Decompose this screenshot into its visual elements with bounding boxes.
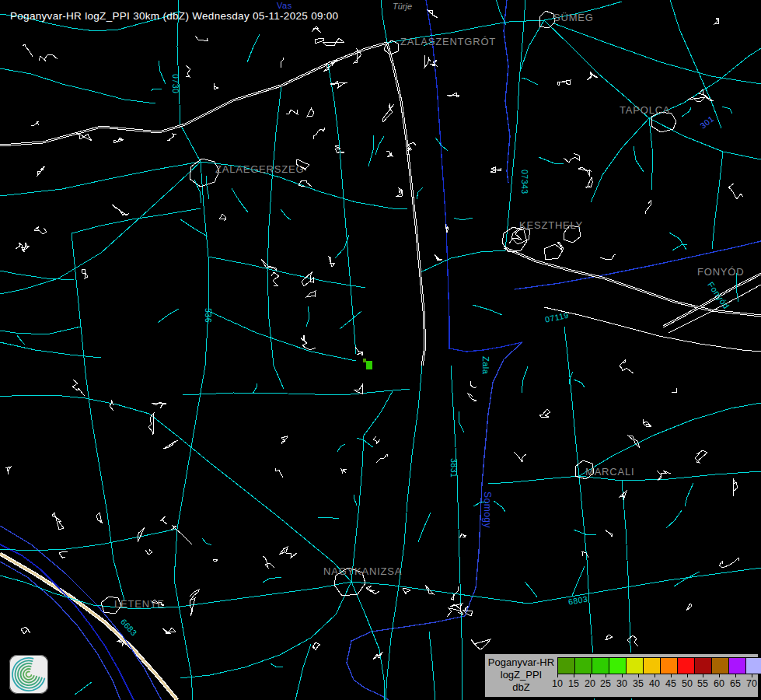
legend-tick: 15 [568, 678, 579, 689]
city-label-sumeg: SÜMEG [553, 12, 594, 23]
legend-tick: 40 [649, 678, 660, 689]
legend-tick: 70 [746, 678, 757, 689]
town-label-turje: Türje [393, 2, 412, 11]
legend-swatch [660, 657, 678, 674]
radar-display: SÜMEG ZALASZENTGRÓT TAPOLCA ZALAEGERSZEG… [0, 0, 761, 700]
legend-tick: 10 [552, 678, 563, 689]
road-number-0730: 0730 [171, 74, 180, 93]
legend-swatch [592, 657, 609, 674]
road-number-07343: 07343 [520, 170, 529, 194]
legend-caption: Poganyvar-HR logZ_PPI dbZ [485, 656, 557, 694]
legend-swatch [626, 657, 644, 674]
legend-swatch [643, 657, 661, 674]
legend-swatch [694, 657, 712, 674]
legend-swatch [745, 657, 761, 674]
legend-swatch [728, 657, 746, 674]
legend-unit: dbZ [485, 681, 557, 694]
legend-tick: 30 [616, 678, 627, 689]
spiral-icon [9, 655, 48, 694]
legend-swatch [677, 657, 695, 674]
legend-color-scale [557, 657, 761, 674]
city-label-tapolca: TAPOLCA [620, 104, 670, 116]
city-label-letenye: LETENYE [114, 598, 165, 610]
region-label-zala: Zala [481, 356, 490, 374]
legend-tick: 55 [697, 678, 708, 689]
legend-swatch [609, 657, 627, 674]
city-label-keszthely: KESZTHELY [519, 219, 583, 231]
legend-axis: 10 15 20 25 30 35 40 45 50 55 60 65 70 [557, 674, 753, 695]
radar-title: Poganyvar-HR logZ_PPI 30km (dbZ) Wednesd… [10, 10, 338, 22]
city-label-zalaszentgrot: ZALASZENTGRÓT [400, 36, 496, 47]
city-label-marcali: MARCALI [585, 466, 634, 478]
legend-tick: 60 [714, 678, 724, 689]
legend-swatch [557, 657, 575, 674]
road-number-536: 536 [204, 308, 213, 323]
legend-field: logZ_PPI [485, 669, 557, 681]
legend-tick: 20 [585, 678, 595, 689]
city-label-zalaegerszeg: ZALAEGERSZEG [215, 163, 304, 175]
region-label-somogy: Somogy [482, 492, 493, 528]
legend-tick: 35 [633, 678, 644, 689]
road-number-3831: 3831 [449, 458, 459, 478]
legend-tick: 25 [600, 678, 611, 689]
city-label-nagykanizsa: NAGYKANIZSA [323, 565, 402, 577]
region-label-vas: Vas [277, 1, 292, 10]
radar-echo [366, 361, 372, 369]
legend-tick: 45 [665, 678, 676, 689]
legend-product: Poganyvar-HR [485, 656, 557, 669]
major-roads-layer [0, 43, 761, 366]
legend-tick: 65 [730, 678, 741, 689]
legend-tick: 50 [682, 678, 693, 689]
legend-swatch [711, 657, 729, 674]
settlements-layer [101, 11, 761, 614]
legend-panel: Poganyvar-HR logZ_PPI dbZ 10 15 20 25 30 [483, 653, 759, 698]
city-label-fonyod: FONYÓD [697, 266, 744, 278]
radar-logo [9, 655, 48, 694]
legend-swatch [574, 657, 592, 674]
